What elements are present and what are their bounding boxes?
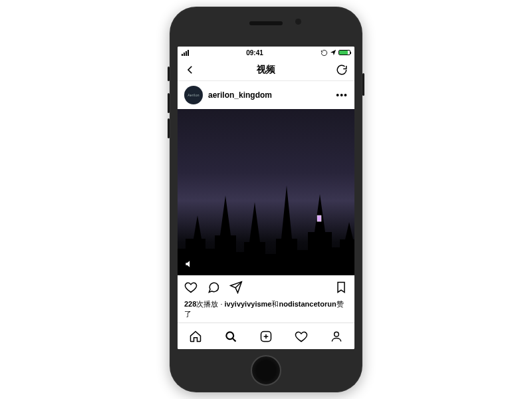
profile-icon (330, 330, 343, 343)
status-bar: 09:41 (178, 47, 354, 59)
castle-illustration (178, 176, 354, 275)
heart-icon (295, 330, 308, 343)
status-left (182, 50, 189, 56)
power-button[interactable] (362, 73, 364, 96)
heart-icon (184, 281, 198, 294)
play-count: 228 (184, 300, 196, 308)
post-video[interactable] (178, 109, 354, 275)
screen: 09:41 视频 Aerilon aerilon_kingdom ••• (178, 47, 354, 349)
share-button[interactable] (229, 281, 243, 294)
chevron-left-icon (184, 64, 196, 76)
volume-down-button[interactable] (168, 118, 170, 138)
home-icon (189, 330, 202, 343)
signal-icon (182, 50, 189, 56)
orientation-lock-icon (321, 49, 328, 57)
status-right (321, 49, 350, 57)
home-button[interactable] (251, 355, 281, 386)
comment-button[interactable] (207, 281, 220, 294)
comment-icon (207, 281, 220, 294)
svg-marker-0 (178, 186, 354, 275)
svg-line-4 (232, 338, 235, 341)
plays-line: 228次播放 · ivyivyivyisme和nodistancetorun赞了 (184, 299, 348, 319)
tab-search[interactable] (224, 330, 237, 343)
mute-switch[interactable] (168, 66, 170, 81)
more-button[interactable]: ••• (336, 90, 348, 100)
like-button[interactable] (184, 281, 198, 294)
svg-point-8 (334, 332, 339, 336)
save-button[interactable] (334, 281, 348, 294)
tab-bar (178, 323, 354, 349)
send-icon (229, 281, 243, 294)
post-actions (178, 275, 354, 299)
tab-home[interactable] (189, 330, 202, 343)
volume-up-button[interactable] (168, 93, 170, 113)
tab-add[interactable] (259, 330, 273, 343)
tab-profile[interactable] (330, 330, 343, 343)
liker-2[interactable]: nodistancetorun (279, 300, 336, 308)
phone-frame: 09:41 视频 Aerilon aerilon_kingdom ••• (170, 7, 362, 392)
post-username[interactable]: aerilon_kingdom (208, 90, 331, 100)
svg-rect-1 (317, 215, 321, 221)
status-time: 09:41 (246, 49, 263, 57)
battery-icon (338, 50, 350, 55)
refresh-icon (336, 64, 348, 76)
audio-toggle[interactable] (184, 259, 194, 269)
back-button[interactable] (184, 64, 196, 76)
add-post-icon (259, 330, 273, 343)
post-header: Aerilon aerilon_kingdom ••• (178, 81, 354, 109)
search-icon (224, 330, 237, 343)
location-icon (330, 49, 336, 56)
avatar[interactable]: Aerilon (184, 86, 203, 104)
nav-title: 视频 (257, 64, 275, 76)
svg-point-3 (226, 332, 233, 339)
nav-bar: 视频 (178, 59, 354, 81)
liker-1[interactable]: ivyivyivyisme (225, 300, 272, 308)
speaker-icon (184, 259, 194, 269)
refresh-button[interactable] (336, 64, 348, 76)
bookmark-icon (334, 281, 348, 294)
tab-activity[interactable] (295, 330, 308, 343)
